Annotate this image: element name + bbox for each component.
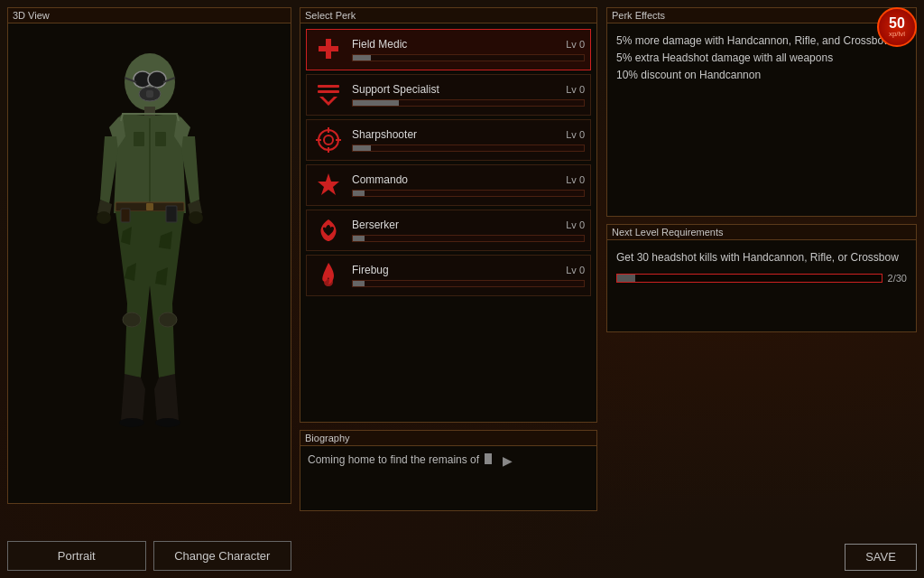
bio-text-content: Coming home to find the remains of [308,453,479,466]
svg-point-24 [319,130,338,150]
progress-bar-background [616,274,882,283]
perk-name: Sharpshooter [352,128,417,141]
svg-rect-22 [318,85,339,88]
perk-info: Field Medic Lv 0 [352,38,585,61]
perk-bar-background [352,190,585,197]
perk-item-berserker[interactable]: Berserker Lv 0 [306,210,591,251]
perk-level: Lv 0 [566,265,585,275]
svg-rect-11 [155,132,166,146]
bio-title: Biography [300,431,596,446]
svg-point-25 [324,135,333,144]
perk-name-row: Field Medic Lv 0 [352,38,585,51]
progress-bar-fill [617,275,635,282]
save-button[interactable]: SAVE [845,544,917,571]
perk-item-firebug[interactable]: Firebug Lv 0 [306,255,591,296]
perk-bar-background [352,235,585,242]
svg-point-19 [155,418,180,427]
nextlevel-content: Get 30 headshot kills with Handcannon, R… [607,240,916,293]
perk-level: Lv 0 [566,84,585,95]
svg-point-18 [119,418,144,427]
effect-line: 5% more damage with Handcannon, Rifle, a… [616,33,907,50]
3d-view-title: 3D View [8,8,291,23]
character-viewport [8,23,291,457]
perk-name: Field Medic [352,38,407,51]
perk-info: Berserker Lv 0 [352,219,585,242]
xp-badge: 50 xp/lvl [877,7,917,47]
nextlevel-requirement-text: Get 30 headshot kills with Handcannon, R… [616,249,907,266]
perk-icon-commando [312,169,345,201]
svg-rect-20 [166,206,177,222]
perk-icon-sharp [312,124,345,156]
svg-rect-13 [146,203,153,210]
perk-name-row: Firebug Lv 0 [352,264,585,276]
perk-bar-fill [353,55,371,61]
perk-bar-fill [353,100,399,106]
perk-bar-fill [353,145,371,151]
perk-icon-support [312,79,345,111]
perk-list: Field Medic Lv 0 Support Specialist Lv 0 [300,23,596,302]
bio-arrow: ▶ [503,453,513,468]
perk-icon-berserker [312,214,345,247]
svg-point-15 [189,211,203,224]
perk-level: Lv 0 [566,219,585,230]
svg-rect-5 [146,90,153,98]
perk-name: Support Specialist [352,83,439,96]
perk-bar-background [352,99,585,107]
perk-name: Firebug [352,264,389,276]
bio-cursor [485,453,492,464]
xp-label: xp/lvl [889,31,905,38]
perk-info: Commando Lv 0 [352,173,585,197]
effects-content: 5% more damage with Handcannon, Rifle, a… [607,23,916,94]
effects-title: Perk Effects [607,8,916,23]
xp-number: 50 [889,16,905,31]
change-character-button[interactable]: Change Character [153,541,292,571]
perk-icon-firebug [312,259,345,292]
svg-rect-21 [121,209,130,222]
panel-biography: Biography Coming home to find the remain… [300,430,597,511]
svg-point-14 [97,211,111,224]
panel-next-level: Next Level Requirements Get 30 headshot … [606,224,917,332]
perk-level: Lv 0 [566,39,585,50]
perk-icon-medic [312,33,345,66]
character-model [60,33,240,448]
svg-point-16 [123,312,141,327]
perk-item-sharp[interactable]: Sharpshooter Lv 0 [306,119,591,161]
perk-info: Firebug Lv 0 [352,264,585,287]
perk-bar-fill [353,191,365,196]
svg-marker-30 [318,173,339,195]
perk-name-row: Berserker Lv 0 [352,219,585,231]
portrait-button[interactable]: Portrait [7,541,146,571]
perk-level: Lv 0 [566,129,585,140]
perk-item-support[interactable]: Support Specialist Lv 0 [306,74,591,116]
bio-content: Coming home to find the remains of ▶ [300,446,596,475]
svg-point-17 [159,312,177,327]
perk-name: Commando [352,173,408,186]
panel-select-perk: Select Perk Field Medic Lv 0 Support Spe… [300,7,597,423]
perk-name-row: Sharpshooter Lv 0 [352,128,585,141]
svg-rect-10 [134,132,144,146]
perk-bar-background [352,144,585,152]
perk-bar-fill [353,236,365,241]
perk-bar-fill [353,281,365,286]
perk-name-row: Support Specialist Lv 0 [352,83,585,96]
svg-rect-23 [318,90,339,93]
effect-line: 10% discount on Handcannon [616,67,907,84]
perk-info: Support Specialist Lv 0 [352,83,585,107]
panel-3d-view: 3D View [7,7,291,504]
perk-item-medic[interactable]: Field Medic Lv 0 [306,29,591,70]
perk-bar-background [352,54,585,61]
perks-title: Select Perk [300,8,596,23]
panel-perk-effects: Perk Effects 5% more damage with Handcan… [606,7,917,217]
svg-point-3 [148,71,166,88]
perk-name: Berserker [352,219,399,231]
perk-item-commando[interactable]: Commando Lv 0 [306,164,591,206]
perk-bar-background [352,280,585,287]
perk-level: Lv 0 [566,174,585,185]
effect-line: 5% extra Headshot damage with all weapon… [616,50,907,67]
perk-name-row: Commando Lv 0 [352,173,585,186]
nextlevel-progress-row: 2/30 [616,273,907,284]
nextlevel-title: Next Level Requirements [607,225,916,240]
progress-label: 2/30 [888,273,907,284]
character-action-buttons: Portrait Change Character [7,541,291,571]
perk-info: Sharpshooter Lv 0 [352,128,585,152]
